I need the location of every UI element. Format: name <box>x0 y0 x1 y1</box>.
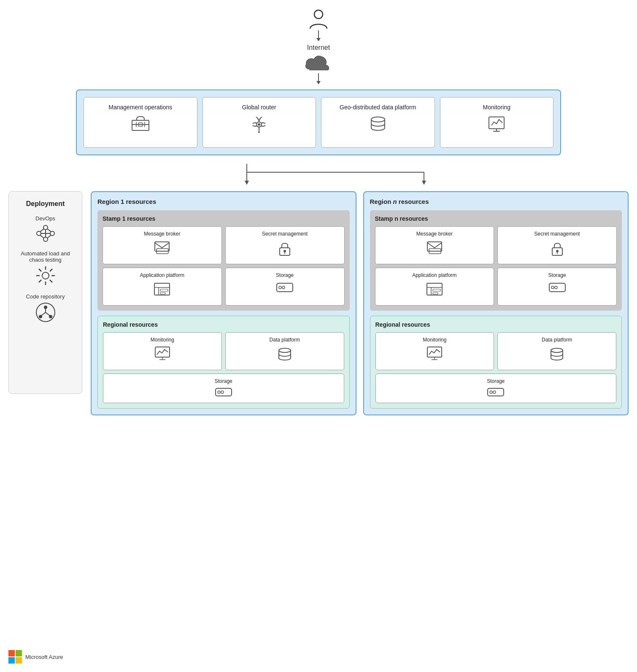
svg-line-38 <box>39 269 41 271</box>
svg-rect-57 <box>160 289 168 291</box>
monitoring-box: Monitoring <box>440 97 554 148</box>
azure-square-green <box>16 650 22 656</box>
region-1-box: Region 1 resources Stamp 1 resources Mes… <box>91 191 356 415</box>
code-repository-item: Code repository <box>26 293 65 323</box>
svg-rect-58 <box>160 293 165 294</box>
monitoring-icon <box>487 114 506 133</box>
svg-point-80 <box>551 286 554 289</box>
svg-point-43 <box>44 306 47 309</box>
devops-label: DevOps <box>35 215 55 222</box>
lock-icon-1 <box>278 240 292 257</box>
cloud-icon <box>304 53 333 73</box>
azure-square-blue <box>8 657 15 664</box>
deployment-title: Deployment <box>26 200 65 208</box>
azure-square-red <box>8 650 15 656</box>
svg-line-40 <box>50 269 52 271</box>
monitoring-icon-rn <box>426 346 443 360</box>
management-operations-box: Management operations <box>84 97 197 148</box>
regional-data-platform-1: Data platform <box>225 332 344 370</box>
toolbox-icon <box>130 114 151 131</box>
svg-line-48 <box>46 312 49 315</box>
stamp-1-box: Stamp 1 resources Message broker <box>97 210 350 311</box>
database-icon-rn <box>549 346 565 362</box>
svg-line-32 <box>47 235 51 238</box>
svg-point-72 <box>556 250 559 252</box>
global-router-box: Global router <box>202 97 316 148</box>
app-platform-1: Application platform <box>103 268 222 306</box>
stamp-n-title: Stamp n resources <box>375 215 617 222</box>
page-container: Internet Management operations <box>0 0 637 672</box>
storage-icon-r1 <box>215 387 232 397</box>
envelope-icon-1 <box>154 240 170 255</box>
region-1-title: Region 1 resources <box>97 198 350 205</box>
regional-monitoring-n-label: Monitoring <box>423 337 446 344</box>
svg-point-44 <box>39 315 42 318</box>
svg-point-33 <box>42 272 49 279</box>
svg-point-14 <box>371 117 385 122</box>
svg-point-61 <box>282 286 285 289</box>
svg-marker-22 <box>422 181 426 185</box>
storage-n-label: Storage <box>548 272 566 279</box>
svg-marker-19 <box>245 181 249 185</box>
storage-icon-rn <box>487 387 505 397</box>
regional-resources-1-title: Regional resources <box>103 321 344 328</box>
connector-row <box>8 164 629 187</box>
svg-point-11 <box>258 123 260 126</box>
git-icon <box>35 301 57 323</box>
svg-line-31 <box>40 235 44 238</box>
svg-point-87 <box>490 391 492 393</box>
svg-rect-69 <box>427 242 442 251</box>
internet-section: Internet <box>8 8 629 85</box>
global-router-label: Global router <box>242 103 276 111</box>
message-broker-1: Message broker <box>103 226 222 264</box>
main-content: Deployment DevOps A <box>8 191 629 415</box>
regional-data-platform-1-label: Data platform <box>270 337 300 344</box>
regional-resources-n: Regional resources Monitoring <box>370 316 622 409</box>
stamp-1-grid: Message broker Secret management <box>103 226 345 306</box>
regional-grid-1: Monitoring Data platform <box>103 332 344 370</box>
chaos-testing-item: Automated load and chaos testing <box>16 250 75 287</box>
azure-square-yellow <box>16 657 22 664</box>
svg-point-45 <box>49 315 52 318</box>
svg-point-52 <box>283 250 286 252</box>
svg-marker-4 <box>316 81 321 84</box>
svg-point-81 <box>555 286 557 289</box>
svg-point-26 <box>43 237 48 241</box>
deployment-sidebar: Deployment DevOps A <box>8 191 82 394</box>
router-icon <box>248 114 270 133</box>
appplatform-icon-n <box>426 282 443 297</box>
svg-point-60 <box>279 286 281 289</box>
svg-line-47 <box>42 312 46 315</box>
svg-point-0 <box>314 10 323 19</box>
azure-badge: Microsoft Azure <box>8 650 63 664</box>
geo-data-platform-label: Geo-distributed data platform <box>340 103 416 111</box>
svg-rect-5 <box>132 120 149 130</box>
svg-marker-2 <box>316 38 321 41</box>
stamp-1-title: Stamp 1 resources <box>103 215 345 222</box>
secret-management-n: Secret management <box>497 226 617 264</box>
regional-storage-n-label: Storage <box>487 378 505 385</box>
svg-point-13 <box>258 131 260 133</box>
storage-1: Storage <box>225 268 345 306</box>
regional-resources-n-title: Regional resources <box>375 321 617 328</box>
storage-icon-1 <box>276 282 294 293</box>
regional-data-platform-n: Data platform <box>497 332 616 370</box>
secret-management-1: Secret management <box>225 226 345 264</box>
global-tier: Management operations Global router <box>76 89 561 155</box>
app-platform-n-label: Application platform <box>412 272 456 279</box>
lock-icon-n <box>550 240 564 257</box>
secret-management-n-label: Secret management <box>534 231 580 238</box>
appplatform-icon-1 <box>154 282 170 297</box>
regional-monitoring-1-label: Monitoring <box>151 337 174 344</box>
svg-rect-78 <box>433 293 438 294</box>
region-n-box: Region n resources Stamp n resources Mes… <box>363 191 629 415</box>
azure-label: Microsoft Azure <box>25 654 63 660</box>
chaos-testing-label: Automated load and chaos testing <box>16 250 75 263</box>
svg-line-29 <box>40 229 44 232</box>
regional-grid-n: Monitoring Data platform <box>375 332 617 370</box>
svg-point-67 <box>218 391 220 393</box>
regional-resources-1: Regional resources Monitoring <box>97 316 350 409</box>
svg-line-30 <box>47 229 51 232</box>
gear-icon <box>35 265 57 287</box>
stamp-n-box: Stamp n resources Message broker <box>370 210 622 311</box>
